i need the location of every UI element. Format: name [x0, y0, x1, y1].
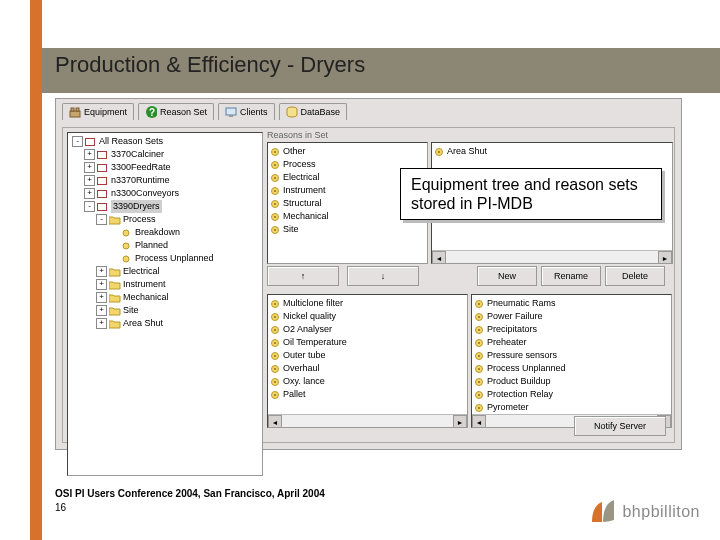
collapse-icon[interactable]: - [72, 136, 83, 147]
item-icon [474, 325, 484, 335]
expand-icon[interactable]: + [84, 162, 95, 173]
tab-database[interactable]: DataBase [279, 103, 348, 120]
list-item[interactable]: Preheater [474, 336, 669, 349]
book-icon [97, 163, 109, 173]
new-button[interactable]: New [477, 266, 537, 286]
expand-icon[interactable]: + [96, 279, 107, 290]
list-item[interactable]: O2 Analyser [270, 323, 465, 336]
move-up-button[interactable]: ↑ [267, 266, 339, 286]
svg-point-32 [274, 203, 276, 205]
svg-point-20 [123, 230, 129, 236]
tree-row[interactable]: Process Unplanned [70, 252, 260, 265]
list-item[interactable]: Pressure sensors [474, 349, 669, 362]
tree-row[interactable]: +3300FeedRate [70, 161, 260, 174]
scroll-left-button[interactable]: ◄ [472, 415, 486, 428]
scroll-left-button[interactable]: ◄ [432, 251, 446, 264]
list-item[interactable]: Nickel quality [270, 310, 465, 323]
svg-rect-15 [98, 178, 106, 184]
svg-point-70 [478, 394, 480, 396]
tree-row[interactable]: +Instrument [70, 278, 260, 291]
tree-row[interactable]: +Site [70, 304, 260, 317]
tree-row[interactable]: -All Reason Sets [70, 135, 260, 148]
list-item[interactable]: Protection Relay [474, 388, 669, 401]
collapse-icon[interactable]: - [84, 201, 95, 212]
tab-reasonset[interactable]: ? Reason Set [138, 103, 214, 120]
list-item[interactable]: Multiclone filter [270, 297, 465, 310]
tree-row[interactable]: +n3370Runtime [70, 174, 260, 187]
expand-icon[interactable]: + [84, 149, 95, 160]
list-item[interactable]: Pallet [270, 388, 465, 401]
tree-row[interactable]: +Mechanical [70, 291, 260, 304]
expand-icon[interactable]: + [96, 292, 107, 303]
tab-clients[interactable]: Clients [218, 103, 275, 120]
svg-rect-6 [229, 115, 233, 117]
list-item-label: Nickel quality [283, 310, 336, 323]
folder-icon [109, 267, 121, 277]
svg-point-30 [274, 190, 276, 192]
expand-icon[interactable]: + [96, 318, 107, 329]
list-item[interactable]: Product Buildup [474, 375, 669, 388]
item-icon [434, 147, 444, 157]
tab-label: DataBase [301, 107, 341, 117]
scroll-right-button[interactable]: ► [453, 415, 467, 428]
svg-point-52 [274, 381, 276, 383]
tree-label: All Reason Sets [99, 135, 163, 148]
move-down-button[interactable]: ↓ [347, 266, 419, 286]
scroll-left-button[interactable]: ◄ [268, 415, 282, 428]
list-item[interactable]: Process Unplanned [474, 362, 669, 375]
svg-point-64 [478, 355, 480, 357]
list-item-label: Pallet [283, 388, 306, 401]
list-item[interactable]: Pneumatic Rams [474, 297, 669, 310]
tree-label: 3370Calciner [111, 148, 164, 161]
item-icon [474, 364, 484, 374]
tree-row[interactable]: +Area Shut [70, 317, 260, 330]
svg-point-66 [478, 368, 480, 370]
list-item-label: Oil Temperature [283, 336, 347, 349]
list-item[interactable]: Oil Temperature [270, 336, 465, 349]
svg-rect-17 [98, 191, 106, 197]
dot-icon [121, 228, 133, 238]
tree-row[interactable]: Breakdown [70, 226, 260, 239]
list-item[interactable]: Other [270, 145, 425, 158]
reason-tree[interactable]: -All Reason Sets+3370Calciner+3300FeedRa… [67, 132, 263, 476]
list-item[interactable]: Site [270, 223, 425, 236]
list-item[interactable]: Outer tube [270, 349, 465, 362]
available-left-list[interactable]: Multiclone filterNickel qualityO2 Analys… [267, 294, 468, 428]
list-item[interactable]: Pyrometer [474, 401, 669, 414]
list-item[interactable]: Overhaul [270, 362, 465, 375]
scroll-track[interactable] [446, 251, 658, 263]
scroll-track[interactable] [282, 415, 453, 427]
tree-label: n3300Conveyors [111, 187, 179, 200]
svg-point-36 [274, 229, 276, 231]
list-item[interactable]: Precipitators [474, 323, 669, 336]
notify-server-button[interactable]: Notify Server [574, 416, 666, 436]
svg-point-48 [274, 355, 276, 357]
tab-equipment[interactable]: Equipment [62, 103, 134, 120]
rename-button[interactable]: Rename [541, 266, 601, 286]
callout-box: Equipment tree and reason sets stored in… [400, 168, 662, 220]
tree-row[interactable]: +Electrical [70, 265, 260, 278]
tree-row[interactable]: +3370Calciner [70, 148, 260, 161]
expand-icon[interactable]: + [84, 188, 95, 199]
item-icon [270, 325, 280, 335]
tree-row[interactable]: +n3300Conveyors [70, 187, 260, 200]
list-item[interactable]: Area Shut [434, 145, 670, 158]
expand-icon[interactable]: + [96, 266, 107, 277]
list-item[interactable]: Power Failure [474, 310, 669, 323]
scroll-right-button[interactable]: ► [658, 251, 672, 264]
scrollbar-horizontal[interactable]: ◄ ► [432, 250, 672, 263]
scrollbar-horizontal[interactable]: ◄ ► [268, 414, 467, 427]
expand-icon[interactable]: + [96, 305, 107, 316]
available-right-list[interactable]: Pneumatic RamsPower FailurePrecipitators… [471, 294, 672, 428]
svg-point-68 [478, 381, 480, 383]
app-window: Equipment ? Reason Set Clients DataBase … [55, 98, 682, 450]
delete-button[interactable]: Delete [605, 266, 665, 286]
tree-row[interactable]: -Process [70, 213, 260, 226]
tree-row[interactable]: Planned [70, 239, 260, 252]
list-item[interactable]: Oxy. lance [270, 375, 465, 388]
tree-row[interactable]: -3390Dryers [70, 200, 260, 213]
svg-rect-0 [70, 111, 80, 117]
expand-icon[interactable]: + [84, 175, 95, 186]
collapse-icon[interactable]: - [96, 214, 107, 225]
svg-point-26 [274, 164, 276, 166]
